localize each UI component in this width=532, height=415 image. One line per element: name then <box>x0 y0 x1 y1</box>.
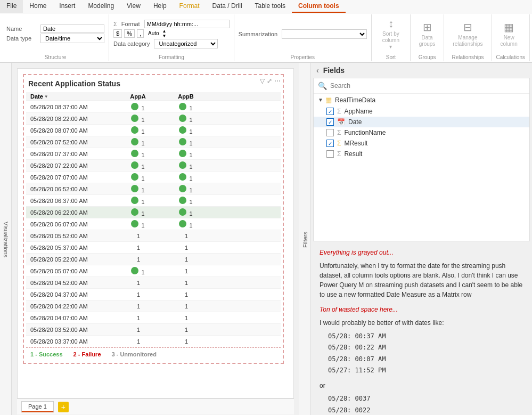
better-dates-list: 05/28: 00:37 AM 05/28: 00:22 AM 05/28: 0… <box>328 331 523 377</box>
green-dot <box>131 103 138 110</box>
data-category-label: Data category <box>113 40 150 47</box>
name-input[interactable] <box>40 25 104 33</box>
new-column-button[interactable]: ▦ Newcolumn <box>496 19 522 50</box>
data-groups-button[interactable]: ⊞ Datagroups <box>415 19 440 50</box>
appb-cell: 1 <box>162 197 210 205</box>
table-row: 05/28/20 06:22:00 AM 1 1 <box>26 207 281 218</box>
fields-search-input[interactable] <box>330 82 525 89</box>
date-cell: 05/28/20 07:07:00 AM <box>26 174 114 181</box>
table-row: 05/28/20 07:22:00 AM 1 1 <box>26 160 281 172</box>
appa-value: 1 <box>137 256 140 263</box>
date-cell: 05/28/20 06:07:00 AM <box>26 221 114 227</box>
appb-cell: 1 <box>162 327 210 333</box>
appa-cell: 1 <box>114 126 162 135</box>
functionname-checkbox[interactable] <box>326 129 334 136</box>
datatype-select[interactable]: Date/time <box>40 34 104 43</box>
format-icon: Σ <box>113 21 117 27</box>
short-date-1: 05/28: 0037 <box>328 393 523 405</box>
appname-checkbox[interactable]: ✓ <box>326 108 334 115</box>
focus-icon[interactable]: ⤢ <box>267 77 272 85</box>
summarization-row: Summarization <box>239 29 367 39</box>
appa-cell: 1 <box>114 150 162 158</box>
canvas-area: ▽ ⤢ ⋯ Recent Application Status Date ▼ A… <box>12 63 299 415</box>
increment-btn[interactable]: ▲ <box>162 29 167 34</box>
more-options-icon[interactable]: ⋯ <box>274 77 281 85</box>
decrement-btn[interactable]: ▼ <box>162 34 167 38</box>
summarization-group: Summarization <box>239 29 367 39</box>
panel-collapse-button[interactable]: ‹ <box>316 66 319 75</box>
appa-cell: 1 <box>114 138 162 147</box>
appa-value: 1 <box>141 210 144 217</box>
appa-cell: 1 <box>114 315 162 321</box>
dollar-button[interactable]: $ <box>113 29 122 38</box>
filter-icon[interactable]: ▽ <box>260 77 265 85</box>
filters-panel[interactable]: Filters <box>299 63 311 415</box>
tab-view[interactable]: View <box>120 0 147 13</box>
formatting-fields: Σ Format $ % , Auto ▲ ▼ <box>113 15 230 52</box>
visualizations-panel[interactable]: Visualizations <box>0 63 12 415</box>
comma-button[interactable]: , <box>137 29 144 38</box>
date-cell: 05/28/20 07:22:00 AM <box>26 162 114 169</box>
appb-cell: 1 <box>162 161 210 170</box>
result-icon: Σ <box>337 150 341 158</box>
tab-insert[interactable]: Insert <box>53 0 81 13</box>
tab-format[interactable]: Format <box>173 0 206 13</box>
appa-value: 1 <box>141 128 144 135</box>
percent-button[interactable]: % <box>124 29 135 38</box>
page-tab-1[interactable]: Page 1 <box>21 401 54 412</box>
appb-cell: 1 <box>162 220 210 229</box>
appa-value: 1 <box>137 338 140 345</box>
table-row: 05/28/20 06:52:00 AM 1 1 <box>26 183 281 195</box>
tab-file[interactable]: File <box>0 0 23 13</box>
date-cell: 05/28/20 04:37:00 AM <box>26 291 114 298</box>
ribbon: File Home Insert Modeling View Help Form… <box>0 0 532 63</box>
mresult-checkbox[interactable]: ✓ <box>326 140 334 147</box>
tab-help[interactable]: Help <box>147 0 173 13</box>
center-content: Visualizations ▽ ⤢ ⋯ Recent Application … <box>0 63 311 415</box>
tab-column-tools[interactable]: Column tools <box>292 0 346 13</box>
appb-cell: 1 <box>162 126 210 135</box>
green-dot-b <box>179 138 186 145</box>
main-area: Visualizations ▽ ⤢ ⋯ Recent Application … <box>0 63 532 415</box>
date-cell: 05/28/20 08:37:00 AM <box>26 104 114 110</box>
field-mresult[interactable]: ✓ Σ MResult <box>314 138 529 149</box>
appa-value: 1 <box>141 164 144 170</box>
manage-relationships-button[interactable]: ⊟ Managerelationships <box>448 19 487 50</box>
field-functionname[interactable]: Σ FunctionName <box>314 127 529 138</box>
format-input[interactable] <box>144 20 230 28</box>
name-label: Name <box>6 26 38 32</box>
summarization-select[interactable] <box>282 29 367 39</box>
relationships-buttons: ⊟ Managerelationships <box>448 15 487 52</box>
date-cell: 05/28/20 05:22:00 AM <box>26 256 114 263</box>
tab-data-drill[interactable]: Data / Drill <box>206 0 249 13</box>
appb-value: 1 <box>189 187 192 193</box>
appb-value: 1 <box>185 245 188 251</box>
sort-by-column-button[interactable]: ↕ Sort bycolumn ▾ <box>376 15 406 52</box>
better-date-3: 05/28: 00:07 AM <box>328 354 523 365</box>
tab-home[interactable]: Home <box>23 0 53 13</box>
result-checkbox[interactable] <box>326 150 334 158</box>
field-appname[interactable]: ✓ Σ AppName <box>314 106 529 117</box>
tab-table-tools[interactable]: Table tools <box>249 0 292 13</box>
date-cell: 05/28/20 05:52:00 AM <box>26 233 114 239</box>
green-dot-b <box>179 185 186 192</box>
field-result[interactable]: Σ Result <box>314 149 529 159</box>
table-row: 05/28/20 06:07:00 AM 1 1 <box>26 218 281 230</box>
field-date[interactable]: ✓ 📅 Date <box>314 117 529 127</box>
date-checkbox[interactable]: ✓ <box>326 118 334 126</box>
add-page-button[interactable]: + <box>58 402 69 412</box>
appb-cell: 1 <box>162 245 210 251</box>
expand-icon[interactable]: ▼ <box>318 97 323 103</box>
appa-value: 1 <box>137 303 140 310</box>
data-category-select[interactable]: Uncategorized <box>154 39 218 48</box>
structure-group-title: Structure <box>6 52 104 60</box>
appa-cell: 1 <box>114 115 162 123</box>
fields-table-item[interactable]: ▼ ▦ RealTimeData <box>314 94 529 106</box>
green-dot-b <box>179 115 186 122</box>
table-row: 05/28/20 08:37:00 AM 1 1 <box>26 101 281 113</box>
table-row: 05/28/20 04:22:00 AM 1 1 <box>26 300 281 312</box>
appb-value: 1 <box>189 199 192 205</box>
appa-cell: 1 <box>114 185 162 193</box>
tab-modeling[interactable]: Modeling <box>81 0 120 13</box>
data-groups-icon: ⊞ <box>423 21 432 34</box>
